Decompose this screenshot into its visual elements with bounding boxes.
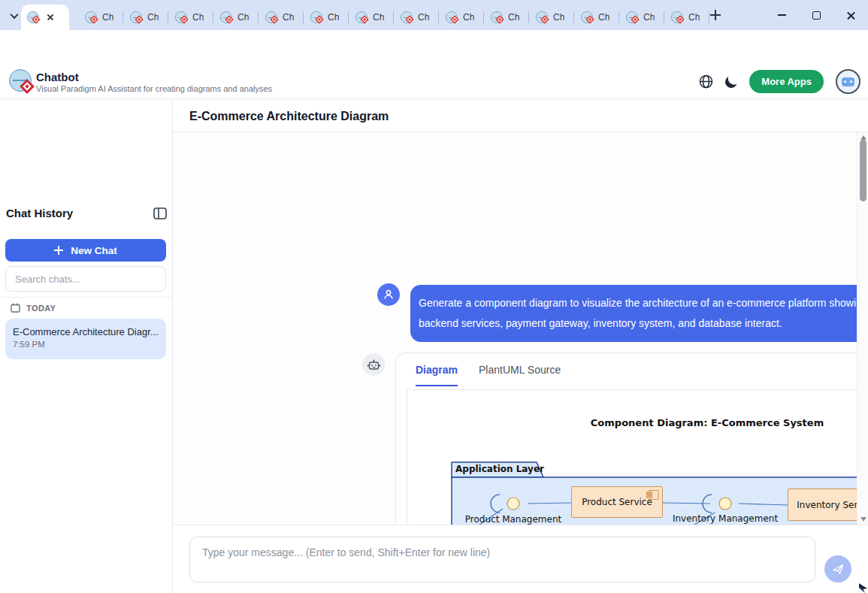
browser-tab[interactable]: Ch: [394, 5, 439, 30]
diagram-container: Component Diagram: E-Commerce System App…: [407, 389, 857, 525]
scroll-down-arrow[interactable]: [860, 517, 866, 522]
assistant-avatar: [362, 353, 385, 376]
browser-tab[interactable]: Ch: [123, 5, 168, 30]
chat-scroll-area[interactable]: Generate a component diagram to visualiz…: [173, 132, 857, 525]
tab-plantuml-source[interactable]: PlantUML Source: [479, 364, 561, 386]
maximize-icon: [812, 11, 821, 20]
site-favicon-icon: [446, 11, 458, 23]
site-favicon-icon: [265, 11, 277, 23]
browser-tab[interactable]: Ch: [78, 5, 123, 30]
browser-toolbar: ai-toolbox.visual-paradigm.com/app/chatb…: [0, 30, 868, 64]
component-inventory-service[interactable]: Inventory Service: [788, 489, 857, 521]
diagram-canvas[interactable]: Component Diagram: E-Commerce System App…: [407, 390, 857, 525]
component-icon: [646, 490, 659, 500]
page-title: E-Commerce Architecture Diagram: [189, 110, 389, 123]
site-favicon-icon: [130, 11, 142, 23]
chat-history-item[interactable]: E-Commerce Architecture Diagr... 7:59 PM: [5, 319, 166, 359]
browser-tab[interactable]: Ch: [529, 5, 574, 30]
browser-tab[interactable]: Ch: [439, 5, 484, 30]
dark-mode-icon[interactable]: [724, 74, 739, 89]
user-avatar: [377, 283, 400, 306]
scrollbar-thumb[interactable]: [860, 140, 866, 201]
site-favicon-icon: [220, 11, 232, 23]
chat-history-title: Chat History: [6, 207, 73, 219]
site-favicon-icon: [671, 11, 683, 23]
background-tabs: Ch Ch Ch Ch Ch Ch Ch Ch Ch Ch Ch Ch Ch C…: [78, 5, 709, 30]
diagram-title: Component Diagram: E-Commerce System: [407, 417, 857, 428]
assistant-response-card: Diagram PlantUML Source: [395, 352, 857, 525]
interface-inventory-management-label: Inventory Management: [673, 513, 778, 524]
site-favicon-icon: [355, 11, 367, 23]
chat-item-time: 7:59 PM: [13, 340, 159, 349]
site-favicon-icon: [85, 11, 97, 23]
plus-icon: [708, 8, 723, 23]
chat-item-title: E-Commerce Architecture Diagr...: [13, 326, 159, 337]
chat-scrollbar[interactable]: [857, 132, 868, 525]
browser-tab[interactable]: Ch: [619, 5, 664, 30]
interface-product-management-label: Product Management: [465, 514, 561, 525]
robot-face-icon: [842, 77, 854, 86]
person-icon: [383, 289, 395, 301]
browser-tab[interactable]: Ch: [304, 5, 349, 30]
new-chat-label: New Chat: [71, 245, 117, 256]
tab-diagram[interactable]: Diagram: [416, 364, 458, 386]
site-favicon-icon: [27, 11, 39, 23]
message-input[interactable]: [189, 537, 815, 582]
site-favicon-icon: [175, 11, 187, 23]
browser-tab-strip: Ch Ch Ch Ch Ch Ch Ch Ch Ch Ch Ch Ch Ch C…: [0, 0, 868, 30]
maximize-button[interactable]: [799, 0, 833, 30]
browser-tab[interactable]: Ch: [349, 5, 394, 30]
robot-icon: [367, 359, 380, 371]
visual-paradigm-logo: [9, 69, 32, 92]
package-application-layer-label: Application Layer: [455, 464, 544, 474]
sidebar-divider: [0, 297, 173, 298]
minimize-button[interactable]: [764, 0, 799, 30]
window-controls: [764, 0, 868, 30]
more-apps-button[interactable]: More Apps: [749, 70, 824, 93]
collapse-sidebar-icon[interactable]: [153, 207, 167, 219]
browser-tab[interactable]: Ch: [664, 5, 709, 30]
browser-tab[interactable]: Ch: [168, 5, 213, 30]
browser-tab[interactable]: Ch: [259, 5, 304, 30]
tab-close-icon[interactable]: [45, 12, 56, 23]
calendar-icon: [11, 303, 20, 313]
minimize-icon: [778, 14, 786, 16]
close-button[interactable]: [833, 0, 868, 30]
active-browser-tab[interactable]: [21, 5, 69, 30]
site-favicon-icon: [536, 11, 548, 23]
mouse-cursor: [859, 583, 868, 593]
component-product-service[interactable]: Product Service: [571, 486, 663, 518]
plus-icon: [54, 246, 63, 255]
close-icon: [846, 11, 856, 20]
site-favicon-icon: [626, 11, 638, 23]
result-tabs: Diagram PlantUML Source: [416, 364, 561, 386]
browser-tab[interactable]: Ch: [213, 5, 259, 30]
send-button[interactable]: [824, 555, 851, 582]
app-title: Chatbot: [36, 71, 79, 83]
browser-tab[interactable]: Ch: [574, 5, 619, 30]
site-favicon-icon: [581, 11, 593, 23]
browser-tab[interactable]: Ch: [484, 5, 529, 30]
new-tab-button[interactable]: [708, 8, 723, 23]
history-section-label: TODAY: [26, 304, 56, 313]
search-chats-input[interactable]: [5, 266, 166, 292]
app-tagline: Visual Paradigm AI Assistant for creatin…: [36, 84, 272, 93]
site-favicon-icon: [310, 11, 322, 23]
chatbot-avatar-badge[interactable]: [836, 69, 860, 94]
new-chat-button[interactable]: New Chat: [5, 239, 166, 262]
site-favicon-icon: [491, 11, 503, 23]
sidebar: Chat History New Chat TODAY E-Commerce A…: [0, 99, 173, 593]
tab-search-button[interactable]: [6, 8, 23, 24]
language-globe-icon[interactable]: [699, 74, 713, 89]
user-message-bubble: Generate a component diagram to visualiz…: [410, 285, 857, 342]
site-favicon-icon: [401, 11, 413, 23]
send-plane-icon: [832, 563, 845, 576]
chevron-down-icon: [10, 11, 18, 19]
